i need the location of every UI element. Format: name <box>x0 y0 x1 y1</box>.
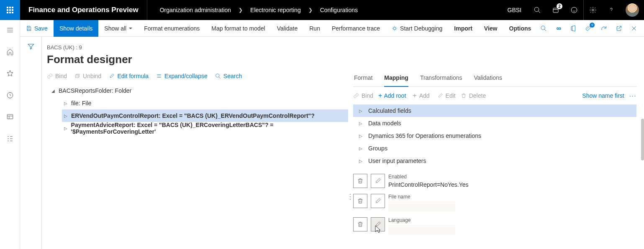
bind-button[interactable]: Bind <box>47 73 67 79</box>
delete-prop-button[interactable] <box>353 217 367 231</box>
config-crumb: BACS (UK) : 9 <box>47 44 348 51</box>
search-icon[interactable] <box>537 22 550 35</box>
splitter-handle[interactable] <box>348 44 353 249</box>
delete-button[interactable]: Delete <box>461 92 486 99</box>
recent-icon[interactable] <box>0 89 20 101</box>
office-icon[interactable] <box>567 22 580 35</box>
edit-prop-button[interactable] <box>371 217 385 231</box>
tree-node-root[interactable]: ◢ BACSReportsFolder: Folder <box>49 84 348 97</box>
page-title: Format designer <box>47 53 348 66</box>
performance-trace-button[interactable]: Performance trace <box>326 20 386 37</box>
refresh-icon[interactable] <box>597 22 611 35</box>
company-code[interactable]: GBSI <box>501 7 528 13</box>
expand-icon[interactable]: ▷ <box>359 146 363 151</box>
more-icon[interactable]: ··· <box>629 92 637 99</box>
breadcrumb-item[interactable]: Configurations <box>320 7 358 13</box>
star-icon[interactable] <box>0 68 20 79</box>
tab-validations[interactable]: Validations <box>474 70 502 86</box>
collapse-icon[interactable]: ◢ <box>51 89 55 93</box>
unbind-button[interactable]: Unbind <box>74 73 101 79</box>
search-button[interactable]: Search <box>215 73 242 79</box>
svg-point-7 <box>541 26 545 30</box>
svg-point-0 <box>534 7 539 12</box>
prop-label-filename: File name <box>388 194 636 200</box>
filter-pane-toggle[interactable] <box>20 37 42 249</box>
tree-node[interactable]: ▷ file: File <box>62 97 348 109</box>
feedback-icon[interactable] <box>565 0 583 20</box>
expand-icon[interactable]: ▷ <box>359 121 363 126</box>
edit-button[interactable]: Edit <box>437 92 456 99</box>
chevron-right-icon: ❯ <box>308 7 313 13</box>
svg-point-6 <box>393 27 396 30</box>
tab-transformations[interactable]: Transformations <box>420 70 462 86</box>
properties-panel: Enabled PrintControlReport=NoYes.Yes Fil… <box>353 174 636 235</box>
prop-label-language: Language <box>388 217 636 223</box>
svg-point-2 <box>571 7 577 13</box>
gear-icon[interactable] <box>584 0 602 20</box>
bind-button[interactable]: Bind <box>353 92 373 99</box>
breadcrumb-item[interactable]: Electronic reporting <box>250 7 301 13</box>
options-button[interactable]: Options <box>503 20 537 37</box>
run-button[interactable]: Run <box>303 20 326 37</box>
expand-collapse-button[interactable]: Expand/collapse <box>156 73 208 79</box>
popout-icon[interactable] <box>612 22 626 35</box>
avatar[interactable] <box>626 3 639 17</box>
tree-node[interactable]: ▷ ERVendOutPaymControlReport: Excel = "B… <box>62 109 348 122</box>
help-icon[interactable] <box>602 0 621 20</box>
edit-formula-button[interactable]: Edit formula <box>109 73 149 79</box>
expand-icon[interactable]: ▷ <box>359 159 363 163</box>
home-icon[interactable] <box>0 46 20 58</box>
add-button[interactable]: +Add <box>413 92 432 99</box>
expand-icon[interactable]: ▷ <box>359 109 363 113</box>
start-debugging-button[interactable]: Start Debugging <box>386 20 448 37</box>
prop-value-enabled: PrintControlReport=NoYes.Yes <box>388 181 636 188</box>
prop-label-enabled: Enabled <box>388 174 636 180</box>
datasource-list: ▷Calculated fields ▷Data models ▷Dynamic… <box>353 104 636 167</box>
modules-icon[interactable] <box>0 133 20 145</box>
datasource-item[interactable]: ▷Dynamics 365 for Operations enumeration… <box>353 130 636 142</box>
workspace-icon[interactable] <box>0 111 20 123</box>
tab-format[interactable]: Format <box>354 70 372 86</box>
waffle-launcher[interactable] <box>0 0 20 20</box>
delete-prop-button[interactable] <box>353 194 367 208</box>
show-all-button[interactable]: Show all <box>98 20 138 37</box>
hamburger-icon[interactable] <box>0 24 20 36</box>
datasource-item[interactable]: ▷Groups <box>353 142 636 155</box>
left-toolbar: Bind Unbind Edit formula Expand/collapse… <box>47 73 348 84</box>
edit-prop-button[interactable] <box>371 174 385 188</box>
delete-prop-button[interactable] <box>353 174 367 188</box>
datasource-item[interactable]: ▷Calculated fields <box>353 104 636 117</box>
infinity-icon[interactable]: ∞ <box>552 22 565 35</box>
right-toolbar: Bind +Add root +Add Edit Delete Show nam… <box>353 87 636 104</box>
attachments-icon[interactable]: 0 <box>582 22 595 35</box>
edit-prop-button[interactable] <box>371 194 385 208</box>
left-nav-rail <box>0 20 20 249</box>
breadcrumb-item[interactable]: Organization administration <box>160 7 231 13</box>
add-root-button[interactable]: +Add root <box>378 92 408 99</box>
expand-icon[interactable]: ▷ <box>359 134 363 138</box>
import-button[interactable]: Import <box>448 20 478 37</box>
expand-icon[interactable]: ▷ <box>64 114 68 118</box>
notification-badge: 2 <box>557 3 562 9</box>
prop-input-filename[interactable] <box>388 201 455 211</box>
expand-icon[interactable]: ▷ <box>64 126 68 131</box>
datasource-item[interactable]: ▷Data models <box>353 117 636 130</box>
notifications-icon[interactable]: 2 <box>547 0 565 20</box>
show-name-first-button[interactable]: Show name first <box>582 92 624 99</box>
validate-button[interactable]: Validate <box>271 20 304 37</box>
close-icon[interactable] <box>627 22 641 35</box>
tab-mapping[interactable]: Mapping <box>384 70 408 87</box>
chevron-right-icon: ❯ <box>239 7 243 13</box>
format-enumerations-button[interactable]: Format enumerations <box>138 20 205 37</box>
expand-icon[interactable]: ▷ <box>64 101 68 106</box>
datasource-item[interactable]: ▷User input parameters <box>353 155 636 167</box>
view-button[interactable]: View <box>478 20 503 37</box>
tree-node[interactable]: ▷ PaymentAdviceReport: Excel = "BACS (UK… <box>62 122 348 135</box>
right-tabs: Format Mapping Transformations Validatio… <box>353 70 636 87</box>
prop-input-language[interactable] <box>388 225 455 235</box>
save-button[interactable]: Save <box>20 20 54 37</box>
scrollbar-thumb[interactable] <box>641 119 644 160</box>
map-format-button[interactable]: Map format to model <box>205 20 271 37</box>
search-icon[interactable] <box>528 0 547 20</box>
show-details-button[interactable]: Show details <box>54 20 98 37</box>
